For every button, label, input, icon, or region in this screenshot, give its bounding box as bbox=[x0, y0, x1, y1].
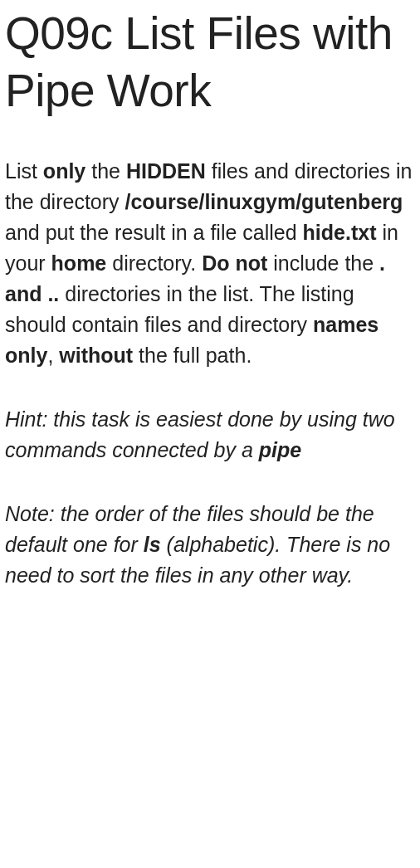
bold-hidden: HIDDEN bbox=[126, 159, 206, 183]
text: the bbox=[85, 159, 126, 183]
bold-hidetxt: hide.txt bbox=[303, 221, 377, 244]
text: List bbox=[5, 159, 43, 183]
note-paragraph: Note: the order of the files should be t… bbox=[5, 499, 415, 591]
bold-path: /course/linuxgym/gutenberg bbox=[125, 190, 403, 213]
bold-without: without bbox=[59, 344, 133, 367]
bold-ls: ls bbox=[144, 533, 161, 556]
text: Hint: this task is easiest done by using… bbox=[5, 407, 395, 461]
text: , bbox=[47, 344, 59, 367]
text: and put the result in a file called bbox=[5, 221, 303, 244]
text: directory. bbox=[106, 251, 202, 275]
bold-home: home bbox=[51, 251, 107, 275]
bold-donot: Do not bbox=[202, 251, 267, 275]
document-page: Q09c List Files with Pipe Work List only… bbox=[0, 0, 420, 616]
text: include the bbox=[267, 251, 379, 275]
hint-paragraph: Hint: this task is easiest done by using… bbox=[5, 404, 415, 466]
bold-only: only bbox=[43, 159, 85, 183]
text: the full path. bbox=[133, 344, 252, 367]
page-title: Q09c List Files with Pipe Work bbox=[5, 5, 415, 119]
instruction-paragraph: List only the HIDDEN files and directori… bbox=[5, 156, 415, 371]
bold-pipe: pipe bbox=[259, 438, 301, 461]
